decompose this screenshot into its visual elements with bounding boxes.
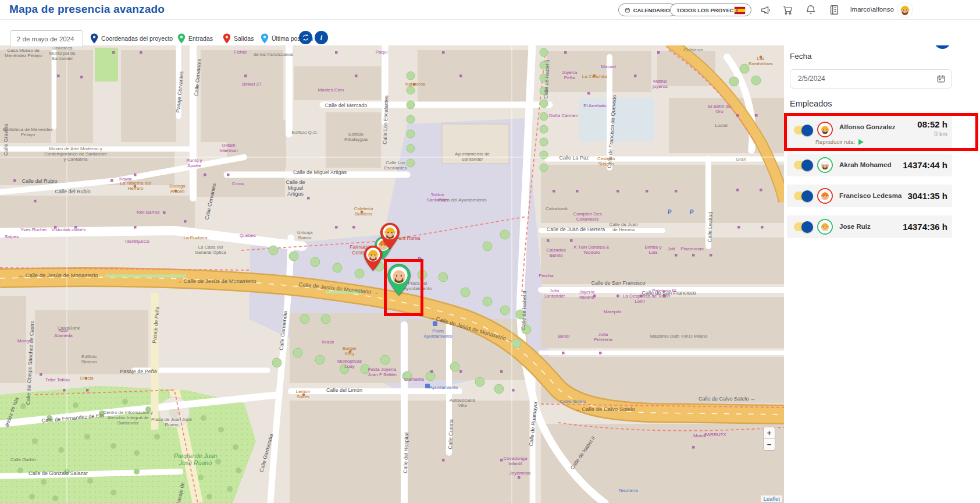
employee-row[interactable]: Akrah Mohamed 14374:44 h (787, 154, 952, 176)
announcements-icon[interactable] (760, 4, 771, 16)
date-field-label: Fecha (790, 52, 812, 61)
svg-text:P: P (690, 209, 694, 215)
language-flag-spain[interactable] (734, 6, 746, 15)
map-zoom-control: + − (763, 427, 775, 451)
legend-label: Entradas (188, 35, 213, 42)
employee-name: Jose Ruiz (839, 223, 871, 230)
date-display[interactable]: 2 de mayo de 2024 (10, 30, 83, 47)
employee-marker-pin[interactable] (363, 245, 383, 271)
page-title: Mapa de presencia avanzado (9, 3, 165, 16)
zoom-in-button[interactable]: + (764, 427, 775, 439)
date-input[interactable]: 2/5/2024 (790, 69, 952, 88)
employee-row[interactable]: Jose Ruiz 14374:36 h (787, 215, 952, 238)
legend-item-exits: Salidas (223, 33, 254, 44)
employee-avatar (817, 188, 833, 204)
play-route-button[interactable] (858, 139, 864, 145)
employee-name: Akrah Mohamed (839, 161, 891, 168)
employee-name: Alfonso Gonzalez (839, 123, 895, 130)
calendar-button[interactable]: CALENDARIO (618, 3, 676, 16)
employee-hours: 14374:36 h (903, 222, 947, 232)
legend-label: Coordenadas del proyecto (101, 35, 173, 42)
log-book-icon[interactable] (828, 4, 840, 16)
employee-toggle[interactable] (794, 161, 811, 169)
employee-avatar (817, 157, 833, 173)
map-canvas[interactable]: PPP + − Leaflet Calle GravinaCalle del R… (0, 45, 784, 503)
user-avatar[interactable] (897, 2, 913, 18)
map-marker-highlight-box (384, 259, 423, 316)
top-bar: Mapa de presencia avanzado CALENDARIO TO… (0, 0, 980, 20)
calendar-icon (936, 74, 946, 83)
employee-name: Francisco Ledesma (839, 192, 901, 199)
info-panel: ▲ Información Fecha 2/5/2024 Empleados A… (784, 19, 980, 503)
employee-hours: 08:52 h (917, 119, 947, 129)
legend-item-entries: Entradas (177, 33, 213, 44)
legend-item-project-coordinates: Coordenadas del proyecto (90, 33, 173, 44)
calendar-icon (625, 7, 630, 13)
refresh-icon (302, 34, 309, 41)
svg-text:P: P (668, 209, 672, 215)
notifications-bell-icon[interactable] (805, 4, 817, 16)
employees-section-label: Empleados (790, 99, 832, 108)
employee-toggle[interactable] (794, 192, 811, 200)
blue-pin-icon (90, 33, 98, 44)
calendar-button-label: CALENDARIO (633, 7, 670, 13)
employee-highlight-box: Alfonso Gonzalez 08:52 h 0 km Reproducir… (784, 113, 978, 151)
refresh-button[interactable] (299, 31, 312, 44)
employee-toggle[interactable] (794, 222, 811, 231)
green-pin-icon (177, 33, 186, 44)
red-pin-icon (223, 33, 231, 44)
date-input-value: 2/5/2024 (798, 75, 825, 83)
cart-icon[interactable] (782, 4, 793, 16)
map-attribution[interactable]: Leaflet (761, 495, 782, 502)
employee-avatar (817, 122, 833, 137)
info-button[interactable]: i (315, 31, 328, 44)
employee-avatar (817, 219, 833, 235)
map-toolbar: 2 de mayo de 2024 Coordenadas del proyec… (0, 19, 980, 45)
route-playback: Reproducir ruta: (815, 139, 864, 145)
employee-toggle[interactable] (794, 126, 811, 134)
route-playback-label: Reproducir ruta: (815, 139, 855, 145)
username: lmarco\alfonso (850, 6, 894, 13)
legend-label: Salidas (234, 35, 254, 42)
employee-distance: 0 km (934, 130, 947, 137)
employee-row[interactable]: Francisco Ledesma 3041:35 h (787, 185, 952, 207)
employee-hours: 14374:44 h (903, 160, 947, 170)
employee-row[interactable]: Alfonso Gonzalez 08:52 h 0 km Reproducir… (787, 116, 952, 148)
zoom-out-button[interactable]: − (764, 439, 775, 450)
lightblue-pin-icon (261, 33, 269, 44)
employee-hours: 3041:35 h (908, 191, 947, 201)
